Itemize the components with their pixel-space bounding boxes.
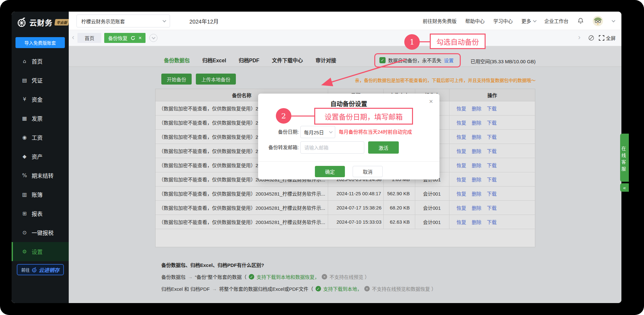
sidebar-item-label: 工资 — [32, 133, 43, 141]
assets-icon: ◆ — [21, 153, 28, 159]
tab-backup-restore[interactable]: 备份恢复 × — [104, 33, 146, 43]
import-free-account-button[interactable]: 导入免费版账套 — [15, 37, 65, 48]
app-window: 云财务 专业版 导入免费版账套 ⌂首页▤凭证¥资金▦发票◉工资◆资产%期末结转▥… — [12, 12, 621, 303]
invoice-icon: ▦ — [21, 115, 28, 121]
tax-icon: ⊙ — [21, 229, 28, 236]
modal-divider — [258, 161, 439, 162]
cancel-button[interactable]: 取消 — [353, 166, 383, 177]
backup-date-hint: 每月备份将在当天24时前自动完成 — [339, 126, 412, 138]
bell-icon — [577, 17, 584, 24]
chevron-down-icon[interactable] — [612, 18, 615, 22]
modal-title: 自动备份设置 — [258, 99, 439, 108]
nav-help-center[interactable]: 帮助中心 — [465, 17, 485, 24]
tabs-scroll-right-button[interactable]: › — [575, 33, 584, 43]
step-1-callout: 勾选自动备份 — [430, 34, 486, 49]
online-service-tab[interactable]: 在线客服 — [620, 134, 629, 182]
goto-label: 前往 — [21, 267, 30, 273]
chevron-down-icon — [163, 19, 166, 22]
backup-date-select[interactable]: 每月25日 — [300, 126, 335, 138]
forward-email-input[interactable] — [300, 141, 364, 154]
tabs-dropdown-button[interactable] — [149, 34, 157, 42]
sidebar-item-assets[interactable]: ◆资产 — [12, 147, 69, 166]
topbar-nav: 前往财务免费版帮助中心学习中心更多企业工作台 — [423, 12, 614, 30]
step-2-callout: 设置备份日期，填写邮箱 — [314, 108, 413, 125]
home-icon: ⌂ — [21, 58, 28, 64]
activate-button[interactable]: 激活 — [368, 141, 399, 154]
sidebar-item-label: 期末结转 — [32, 171, 54, 179]
goto-inventory-button[interactable]: 前往 云进销存 — [17, 264, 64, 275]
confirm-button[interactable]: 确定 — [315, 166, 345, 177]
lemon-blue-icon — [31, 267, 37, 273]
fullscreen-button[interactable]: 全屏 — [599, 35, 616, 41]
nav-free-version[interactable]: 前往财务免费版 — [423, 17, 457, 24]
topbar: 柠檬云财务示范账套 2024年12月 前往财务免费版帮助中心学习中心更多企业工作… — [69, 12, 621, 30]
tab-backup-restore-label: 备份恢复 — [108, 35, 127, 41]
sidebar-item-salary[interactable]: ◉工资 — [12, 128, 69, 147]
settings-icon: ⚙ — [21, 249, 28, 255]
app-logo: 云财务 专业版 — [16, 17, 69, 28]
sidebar-item-label: 报表 — [32, 209, 43, 218]
forward-email-label: 备份转发邮箱: — [260, 141, 299, 154]
tab-home[interactable]: 首页 — [77, 33, 101, 43]
sidebar-item-tax[interactable]: ⊙一键报税 — [12, 223, 69, 242]
step-2-badge: 2 — [276, 108, 291, 124]
edition-badge: 专业版 — [55, 19, 69, 25]
auto-backup-highlight-box — [374, 53, 461, 67]
sidebar-item-reports[interactable]: ⊞报表 — [12, 204, 69, 223]
sidebar-item-ledger[interactable]: ▥账簿 — [12, 185, 69, 204]
step-1-badge: 1 — [404, 34, 420, 50]
nav-more[interactable]: 更多 — [521, 17, 536, 24]
sidebar-item-invoice[interactable]: ▦发票 — [12, 109, 69, 128]
ledger-icon: ▥ — [21, 191, 28, 198]
step-1-connector — [419, 41, 430, 42]
chevron-down-icon — [329, 130, 333, 133]
sidebar: 云财务 专业版 导入免费版账套 ⌂首页▤凭证¥资金▦发票◉工资◆资产%期末结转▥… — [12, 12, 69, 303]
backup-date-label: 备份日期: — [260, 126, 299, 138]
chevron-down-icon — [533, 18, 537, 22]
voucher-icon: ▤ — [21, 77, 28, 83]
sidebar-item-label: 账簿 — [32, 190, 43, 198]
app-title: 云财务 — [29, 17, 53, 28]
refresh-icon[interactable] — [130, 36, 136, 41]
sidebar-item-label: 资产 — [32, 152, 43, 160]
sidebar-menu: ⌂首页▤凭证¥资金▦发票◉工资◆资产%期末结转▥账簿⊞报表⊙一键报税⚙设置 — [12, 52, 69, 261]
account-select[interactable]: 柠檬云财务示范账套 — [76, 15, 170, 27]
sidebar-item-funds[interactable]: ¥资金 — [12, 90, 69, 109]
sidebar-item-home[interactable]: ⌂首页 — [12, 52, 69, 71]
fullscreen-icon — [599, 35, 604, 41]
funds-icon: ¥ — [21, 96, 28, 102]
sidebar-item-period-end[interactable]: %期末结转 — [12, 166, 69, 185]
inventory-brand-label: 云进销存 — [39, 266, 59, 274]
reports-icon: ⊞ — [21, 210, 28, 217]
tabs-scroll-left-button[interactable]: ‹ — [69, 33, 77, 43]
sidebar-item-voucher[interactable]: ▤凭证 — [12, 71, 69, 90]
nav-workbench[interactable]: 企业工作台 — [544, 17, 569, 24]
auto-backup-settings-modal: 自动备份设置 × 备份日期: 每月25日 每月备份将在当天24时前自动完成 备份… — [258, 94, 439, 179]
avatar-face-icon — [593, 16, 603, 26]
sidebar-item-label: 设置 — [32, 248, 43, 256]
backup-date-value: 每月25日 — [304, 129, 324, 136]
close-tab-icon[interactable]: × — [138, 35, 142, 41]
block-icon[interactable] — [588, 35, 594, 41]
collapse-service-icon[interactable]: « — [620, 183, 629, 192]
user-avatar[interactable] — [593, 16, 603, 26]
sidebar-item-label: 凭证 — [32, 76, 43, 84]
salary-icon: ◉ — [21, 134, 28, 140]
accounting-period[interactable]: 2024年12月 — [189, 17, 219, 25]
notification-bell-button[interactable] — [577, 17, 584, 24]
nav-learning-center[interactable]: 学习中心 — [493, 17, 513, 24]
close-icon[interactable]: × — [429, 97, 433, 105]
sidebar-item-label: 一键报税 — [32, 229, 54, 237]
lemon-logo-icon — [16, 17, 27, 28]
sidebar-item-label: 资金 — [32, 95, 43, 103]
period-end-icon: % — [21, 172, 28, 178]
sidebar-item-settings[interactable]: ⚙设置 — [12, 242, 69, 261]
tab-strip: ‹ 首页 备份恢复 × › — [69, 30, 621, 46]
sidebar-item-label: 发票 — [32, 114, 43, 122]
app-frame: 云财务 专业版 导入免费版账套 ⌂首页▤凭证¥资金▦发票◉工资◆资产%期末结转▥… — [0, 0, 644, 315]
fullscreen-label: 全屏 — [606, 35, 616, 41]
sidebar-item-label: 首页 — [32, 57, 43, 65]
account-select-value: 柠檬云财务示范账套 — [81, 18, 125, 25]
step-2-connector — [291, 116, 314, 117]
